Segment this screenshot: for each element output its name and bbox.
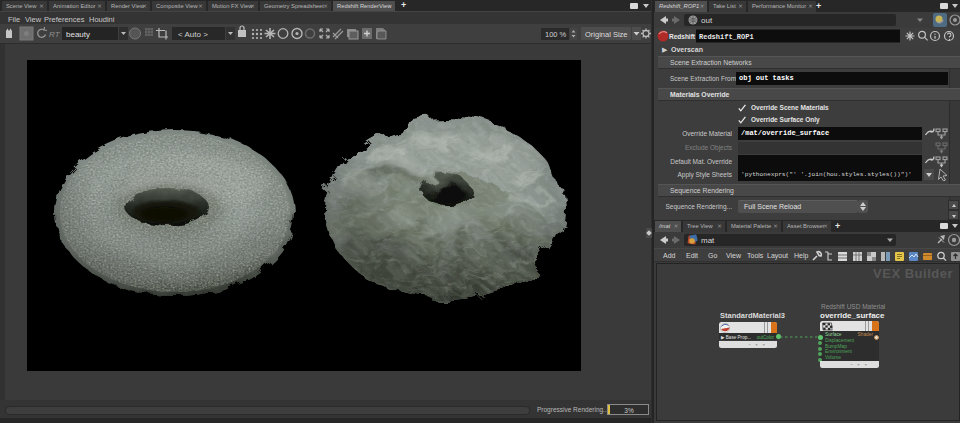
svg-text:100 %: 100 % [545, 30, 567, 39]
svg-text:mat: mat [701, 236, 715, 245]
svg-text:out: out [701, 16, 713, 25]
svg-text:Redshift: Redshift [669, 33, 696, 40]
svg-text:RT: RT [49, 30, 61, 39]
svg-text:Original Size: Original Size [585, 30, 628, 39]
svg-text:Redshift_ROP1: Redshift_ROP1 [699, 33, 754, 41]
svg-text:< Auto >: < Auto > [178, 30, 208, 39]
svg-text:beauty: beauty [66, 30, 90, 39]
